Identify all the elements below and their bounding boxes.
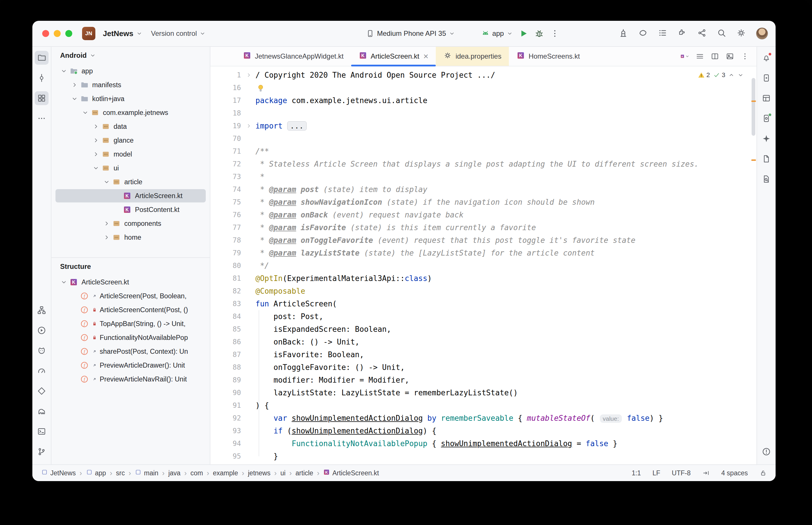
preview-button[interactable]	[723, 49, 737, 63]
run-button[interactable]	[516, 26, 531, 41]
tree-item-topappbar-string-unit[interactable]: fTopAppBar(String, () -> Unit,	[51, 317, 210, 331]
plugins-button[interactable]	[675, 26, 690, 41]
chevron-right-icon[interactable]	[102, 219, 112, 228]
tree-item-app[interactable]: app	[51, 64, 210, 78]
structure-tool-button[interactable]	[35, 91, 48, 105]
code-with-me-button[interactable]	[694, 26, 710, 41]
commit-tool-button[interactable]	[35, 71, 48, 85]
chevron-down-icon[interactable]	[59, 277, 69, 287]
tree-item-articlescreen-kt[interactable]: KArticleScreen.kt	[51, 189, 210, 203]
build-variants-tool-button[interactable]	[35, 303, 48, 317]
close-tab-icon[interactable]: ×	[423, 52, 429, 61]
tree-item-article[interactable]: article	[51, 175, 210, 189]
device-manager-tool-button[interactable]	[759, 111, 773, 125]
run-tool-button[interactable]	[35, 324, 48, 337]
run-configuration-selector[interactable]: app	[478, 27, 516, 40]
logcat-tool-button[interactable]	[35, 344, 48, 358]
breadcrumb-jetnews[interactable]: jetnews	[248, 469, 270, 477]
app-quality-insights-tool-button[interactable]	[35, 384, 48, 398]
fold-marker-icon[interactable]	[242, 69, 255, 81]
write-access-icon[interactable]	[759, 469, 767, 477]
checks-count[interactable]: 3	[713, 69, 725, 81]
warnings-count[interactable]: 2	[697, 69, 710, 81]
running-devices-tool-button[interactable]	[759, 71, 773, 85]
minimize-window-button[interactable]	[54, 30, 61, 37]
project-view-mode-selector[interactable]: Android	[51, 47, 210, 64]
tree-item-home[interactable]: home	[51, 230, 210, 244]
tree-item-sharepost-post-context-un[interactable]: fsharePost(Post, Context): Un	[51, 345, 210, 358]
problems-tool-button[interactable]	[759, 445, 773, 459]
breadcrumb-example[interactable]: example	[213, 469, 238, 477]
file-encoding[interactable]: UTF-8	[672, 469, 691, 477]
editor-list-button[interactable]	[693, 49, 707, 63]
editor-scrollbar[interactable]	[750, 66, 756, 464]
breadcrumb-com[interactable]: com	[190, 469, 203, 477]
fold-marker-icon[interactable]	[242, 120, 255, 132]
search-everywhere-button[interactable]	[714, 26, 729, 41]
indent-style-icon[interactable]	[702, 469, 710, 477]
gemini-tool-button[interactable]	[759, 132, 773, 146]
breadcrumb-app[interactable]: app	[86, 469, 106, 477]
caret-position[interactable]: 1:1	[632, 469, 641, 477]
tree-item-ui[interactable]: ui	[51, 161, 210, 175]
device-selector[interactable]: Medium Phone API 35	[363, 27, 458, 40]
changes-tool-button[interactable]	[759, 152, 773, 166]
error-stripe-mark[interactable]	[751, 101, 756, 102]
layout-inspector-tool-button[interactable]	[759, 91, 773, 105]
indent-size[interactable]: 4 spaces	[721, 469, 748, 477]
breadcrumb-article[interactable]: article	[296, 469, 313, 477]
terminal-tool-button[interactable]	[35, 424, 48, 438]
fullscreen-window-button[interactable]	[65, 30, 72, 37]
tree-item-articlescreen-kt[interactable]: KArticleScreen.kt	[51, 275, 210, 289]
notifications-button[interactable]	[759, 51, 773, 65]
previous-problem-button[interactable]	[728, 72, 735, 78]
debug-button[interactable]	[531, 26, 547, 41]
breadcrumb-main[interactable]: main	[135, 469, 158, 477]
project-tool-button[interactable]	[35, 51, 48, 65]
breadcrumb-articlescreen-kt[interactable]: KArticleScreen.kt	[323, 469, 379, 477]
editor-tab-idea-properties[interactable]: idea.properties	[436, 47, 509, 66]
chevron-down-icon[interactable]	[80, 108, 90, 118]
chevron-down-icon[interactable]	[59, 66, 69, 76]
editor-options-button[interactable]	[738, 49, 752, 63]
tree-item-kotlin-java[interactable]: kotlin+java	[51, 92, 210, 106]
intention-bulb-icon[interactable]	[256, 84, 265, 93]
breadcrumb-ui[interactable]: ui	[280, 469, 285, 477]
tree-item-previewarticledrawer-unit[interactable]: fPreviewArticleDrawer(): Unit	[51, 358, 210, 372]
breadcrumb-jetnews[interactable]: JetNews	[41, 469, 76, 477]
chevron-down-icon[interactable]	[70, 94, 79, 104]
chevron-down-icon[interactable]	[102, 177, 112, 187]
project-widget[interactable]: JetNews	[100, 27, 145, 41]
hidden-tabs-dropdown[interactable]: K	[678, 49, 692, 63]
error-stripe-mark[interactable]	[751, 160, 756, 161]
chevron-right-icon[interactable]	[91, 135, 101, 145]
editor-tab-jetnewsglanceappwidget-kt[interactable]: KJetnewsGlanceAppWidget.kt	[235, 47, 351, 66]
sync-project-button[interactable]	[635, 26, 651, 41]
more-tool-windows-button[interactable]	[35, 111, 48, 125]
find-tool-button[interactable]	[759, 172, 773, 186]
build-button[interactable]	[616, 26, 631, 41]
more-run-actions-button[interactable]	[547, 26, 563, 41]
tree-item-functionalitynotavailablepop[interactable]: fFunctionalityNotAvailablePop	[51, 331, 210, 345]
tree-item-articlescreen-post-boolean[interactable]: fArticleScreen(Post, Boolean,	[51, 289, 210, 303]
split-editor-button[interactable]	[708, 49, 722, 63]
scrollbar-thumb[interactable]	[752, 78, 755, 136]
next-problem-button[interactable]	[737, 72, 744, 78]
editor-tab-homescreens-kt[interactable]: KHomeScreens.kt	[509, 47, 587, 66]
chevron-right-icon[interactable]	[91, 122, 101, 131]
breadcrumb-src[interactable]: src	[116, 469, 125, 477]
tree-item-postcontent-kt[interactable]: KPostContent.kt	[51, 203, 210, 216]
tree-item-data[interactable]: data	[51, 120, 210, 133]
version-control-tool-button[interactable]	[35, 445, 48, 459]
vcs-widget[interactable]: Version control	[148, 27, 209, 40]
tree-item-articlescreencontent-post[interactable]: fArticleScreenContent(Post, ()	[51, 303, 210, 317]
breadcrumb-java[interactable]: java	[168, 469, 180, 477]
chevron-down-icon[interactable]	[91, 163, 101, 173]
tree-item-manifests[interactable]: manifests	[51, 78, 210, 92]
profiler-tool-button[interactable]	[35, 364, 48, 378]
user-avatar[interactable]	[756, 27, 768, 40]
chevron-right-icon[interactable]	[70, 80, 79, 90]
gradle-tool-button[interactable]	[35, 404, 48, 418]
tree-item-components[interactable]: components	[51, 216, 210, 230]
editor-tab-articlescreen-kt[interactable]: KArticleScreen.kt×	[351, 47, 436, 66]
